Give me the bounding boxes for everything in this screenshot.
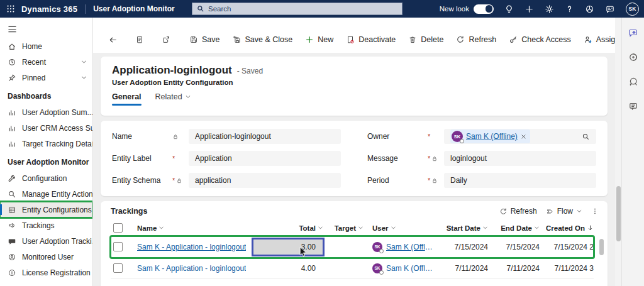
page-scrollbar-thumb[interactable]	[616, 186, 621, 241]
chevron-down-icon[interactable]	[80, 58, 87, 65]
chevron-down-icon	[185, 94, 191, 100]
sidebar-item-license-registration[interactable]: License Registration	[0, 265, 92, 280]
field-entity-label: Entity Label * Application	[112, 151, 341, 166]
brand-divider	[85, 4, 86, 14]
help-icon[interactable]	[565, 4, 574, 14]
field-label: Period	[367, 176, 428, 185]
grid-scrollbar-thumb[interactable]	[599, 239, 604, 255]
magnifier-icon	[8, 190, 16, 199]
tab-related[interactable]: Related	[155, 92, 191, 106]
sidebar-item-trackings[interactable]: Trackings	[0, 217, 92, 233]
notes-bubble-icon[interactable]	[628, 101, 638, 111]
sidebar-item-label: Recent	[22, 58, 46, 67]
new-button[interactable]: New	[300, 32, 338, 47]
owner-link[interactable]: Sam K (Offline)	[466, 132, 518, 141]
owner-field[interactable]: SK Sam K (Offline)	[444, 129, 596, 144]
account-avatar[interactable]: SK	[626, 3, 639, 16]
activity-circle-icon[interactable]	[628, 52, 638, 62]
row-checkbox[interactable]	[113, 242, 123, 251]
sidebar-item-recent[interactable]: Recent	[0, 54, 92, 70]
sidebar-item-user-adoption-tracking[interactable]: User Adoption Tracki...	[0, 233, 92, 249]
global-search[interactable]	[192, 3, 402, 15]
delete-button[interactable]: Delete	[403, 32, 448, 47]
trackings-subgrid: Trackings Refresh Flow	[101, 201, 608, 286]
tracking-record-link[interactable]: Sam K - Application - loginlogout	[137, 243, 246, 251]
feedback-chat-icon[interactable]	[605, 4, 615, 14]
sidebar-item-user-crm-access-summary[interactable]: User CRM Access Su...	[0, 120, 92, 136]
refresh-button[interactable]: Refresh	[451, 32, 501, 47]
total-cell-highlighted[interactable]: 3.00	[253, 239, 323, 255]
table-row[interactable]: Sam K - Application - loginlogout 3.00 S…	[111, 236, 594, 258]
column-header-total[interactable]: Total	[253, 224, 323, 232]
grid-flow-button[interactable]: Flow	[546, 207, 582, 216]
period-field-input[interactable]: Daily	[444, 173, 596, 188]
grid-header-row: Name Total Target User	[111, 220, 594, 236]
message-field-input[interactable]: loginlogout	[444, 151, 596, 166]
column-header-name[interactable]: Name	[137, 224, 253, 232]
form-selector-button[interactable]	[131, 32, 148, 47]
sidebar-item-configuration[interactable]: Configuration	[0, 170, 92, 186]
search-icon	[197, 5, 204, 13]
column-header-created-on[interactable]: Created On	[540, 224, 594, 232]
end-date-cell: 7/15/2024	[488, 243, 540, 251]
sidebar-item-monitored-user[interactable]: Monitored User	[0, 249, 92, 265]
popout-button[interactable]	[158, 32, 174, 47]
field-name: Name Application-loginlogout	[112, 129, 341, 144]
chat-search-icon[interactable]	[628, 77, 638, 87]
check-access-button[interactable]: Check Access	[504, 32, 576, 47]
name-field-input[interactable]: Application-loginlogout	[189, 129, 341, 144]
quick-create-plus-icon[interactable]	[525, 4, 534, 14]
column-header-start-date[interactable]: Start Date	[434, 224, 488, 232]
hamburger-menu-icon[interactable]	[0, 23, 92, 38]
page-scrollbar[interactable]	[615, 18, 621, 286]
new-look-toggle[interactable]	[474, 4, 494, 14]
select-all-checkbox[interactable]	[113, 223, 123, 233]
sidebar-item-entity-configurations[interactable]: Entity Configurations	[0, 202, 92, 217]
grid-refresh-button[interactable]: Refresh	[499, 207, 537, 216]
back-button[interactable]	[104, 32, 121, 48]
lookup-search-icon[interactable]	[582, 133, 590, 141]
grid-flow-label: Flow	[557, 207, 573, 216]
close-icon[interactable]	[521, 134, 526, 140]
settings-gear-icon[interactable]	[545, 4, 554, 14]
user-record-link[interactable]: Sam K (Offline)	[386, 264, 434, 273]
cursor-pointer	[299, 246, 308, 258]
sidebar-item-pinned[interactable]: Pinned	[0, 70, 92, 85]
sidebar-item-target-tracking-details[interactable]: Target Tracking Details	[0, 136, 92, 151]
user-record-link[interactable]: Sam K (Offline)	[386, 243, 434, 251]
column-header-target[interactable]: Target	[323, 224, 364, 232]
grid-more-button[interactable]	[591, 207, 599, 215]
tracking-record-link[interactable]: Sam K - Application - loginlogout	[137, 264, 246, 273]
dashboard-icon	[8, 140, 16, 148]
column-header-end-date[interactable]: End Date	[488, 224, 540, 232]
entity-schema-field-input[interactable]: application	[189, 173, 341, 188]
brand-title[interactable]: Dynamics 365	[21, 4, 77, 14]
right-side-rail	[621, 18, 644, 286]
chevron-down-icon[interactable]	[80, 74, 87, 81]
sidebar-item-user-adoption-summary[interactable]: User Adoption Sum...	[0, 104, 92, 120]
sidebar-item-label: Entity Configurations	[22, 206, 92, 214]
copilot-icon[interactable]	[628, 28, 638, 38]
save-and-close-button[interactable]: Save & Close	[228, 32, 298, 47]
table-row[interactable]: Sam K - Application - loginlogout 4.00 S…	[111, 258, 594, 279]
waffle-icon[interactable]	[0, 4, 21, 13]
sidebar-item-manage-entity-action[interactable]: Manage Entity Action	[0, 186, 92, 202]
lightbulb-icon[interactable]	[504, 4, 514, 14]
save-button[interactable]: Save	[184, 32, 225, 47]
owner-chip[interactable]: SK Sam K (Offline)	[450, 129, 530, 143]
created-on-cell: 7/15/2024 2	[540, 243, 594, 251]
column-header-user[interactable]: User	[364, 224, 434, 232]
row-checkbox[interactable]	[113, 263, 123, 273]
form-icon	[135, 35, 144, 44]
search-input[interactable]	[208, 5, 397, 13]
app-name[interactable]: User Adoption Monitor	[93, 4, 175, 13]
entity-label-field-input[interactable]: Application	[189, 151, 341, 166]
sidebar-item-label: User Adoption Tracki...	[22, 237, 93, 246]
refresh-icon	[499, 207, 508, 216]
sidebar-item-home[interactable]: Home	[0, 38, 92, 54]
deactivate-button[interactable]: Deactivate	[341, 32, 401, 47]
apps-circle-icon[interactable]	[585, 4, 594, 14]
tab-general[interactable]: General	[112, 92, 142, 106]
trash-icon	[408, 35, 417, 44]
top-nav-bar: Dynamics 365 User Adoption Monitor New l…	[0, 0, 644, 18]
